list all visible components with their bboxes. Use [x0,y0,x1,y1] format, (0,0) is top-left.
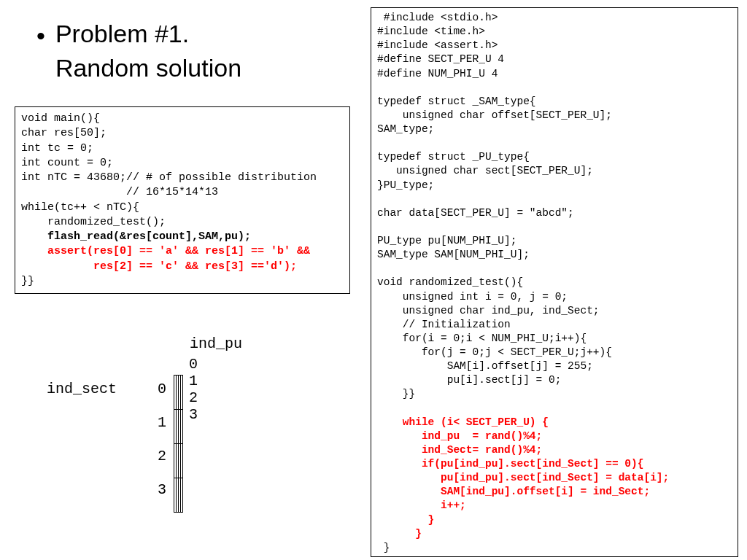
grid-row-header: 2 [152,448,166,464]
slide-title: •Problem #1. •Random solution [36,18,241,86]
code-block-right: #include <stdio.h> #include <time.h> #in… [371,7,738,557]
bullet-icon: • [36,20,45,52]
title-line-2: Random solution [55,54,241,82]
code-block-left: void main(){ char res[50]; int tc = 0; i… [15,106,350,294]
ind-sect-label: ind_sect [47,381,117,397]
grid-row-header: 0 [152,381,166,397]
title-line-1: Problem #1. [55,20,189,47]
grid-table [174,375,183,513]
grid-row-header: 1 [152,414,166,431]
ind-pu-label: ind_pu [190,335,242,352]
grid-row-header: 3 [152,481,166,498]
